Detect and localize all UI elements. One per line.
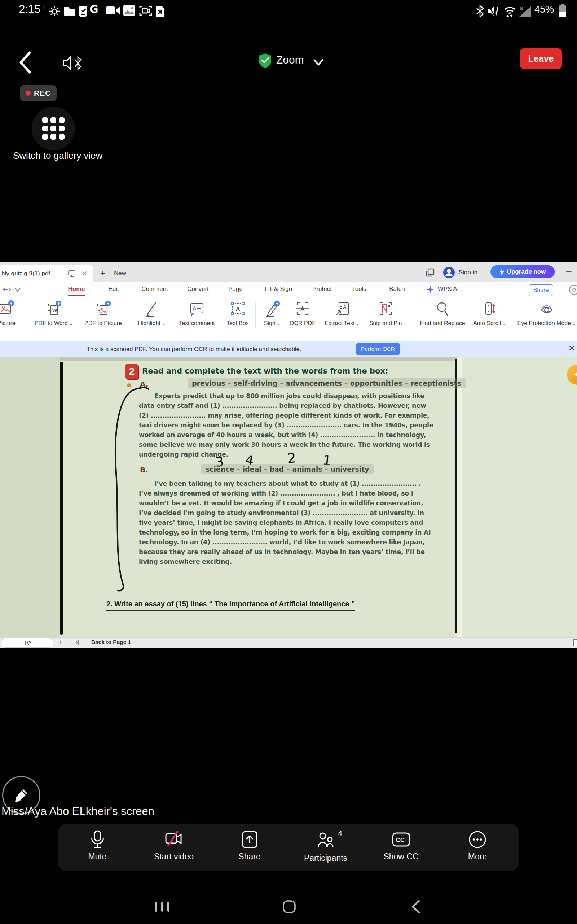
leave-button[interactable]: Leave <box>520 48 562 69</box>
share-screen-icon <box>241 830 258 849</box>
gallery-notification-icon <box>122 5 135 16</box>
pdf-to-picture-icon <box>94 300 112 318</box>
participants-button[interactable]: 4 Participants <box>304 830 347 863</box>
doc-line: because they are really ahead of us in t… <box>139 548 425 556</box>
last-page-icon[interactable]: ›| <box>76 638 79 646</box>
meeting-controls-bar: Mute Start video Share 4 <box>58 824 519 871</box>
fit-page-icon[interactable] <box>574 639 577 646</box>
ribbon-settings-icon[interactable] <box>568 284 577 296</box>
phone-update-icon <box>79 5 87 17</box>
highlight-pen-icon <box>143 300 160 318</box>
doc-line: technology. In an (4) ..................… <box>139 538 425 546</box>
tab-convert[interactable]: Convert <box>187 286 209 293</box>
android-back-button[interactable] <box>410 900 421 914</box>
mute-button[interactable]: Mute <box>88 830 106 861</box>
participants-icon <box>317 830 334 849</box>
question-number-badge: 2 <box>125 364 139 379</box>
svg-text:CC: CC <box>396 837 405 843</box>
svg-text:A: A <box>343 304 347 310</box>
share-button[interactable]: Share <box>239 830 260 861</box>
svg-text:A: A <box>193 305 196 311</box>
doc-line: I’ve been talking to my teachers about w… <box>154 480 421 487</box>
minimize-icon[interactable]: – <box>566 265 571 276</box>
perform-ocr-button[interactable]: Perform OCR <box>356 343 400 355</box>
gallery-view-label[interactable]: Switch to gallery view <box>13 150 103 162</box>
recording-dot-icon <box>26 90 31 96</box>
wps-tab-bar: hly quiz g 9(1).pdf ✕ + New Sign in Upgr… <box>0 262 577 282</box>
tab-comment[interactable]: Comment <box>141 286 168 293</box>
notification-dot-icon: i <box>43 4 45 11</box>
vibrate-mute-status-icon <box>488 5 501 17</box>
audio-output-bluetooth-button[interactable] <box>62 55 83 71</box>
screen-record-notification-icon <box>139 5 152 16</box>
video-camera-notification-icon <box>105 5 121 16</box>
divider <box>416 284 417 294</box>
tab-edit[interactable]: Edit <box>108 286 119 293</box>
toolbar-eye-protection-mode[interactable]: Eye Protection Mode <box>516 300 577 327</box>
recent-apps-button[interactable] <box>154 900 170 914</box>
tab-home[interactable]: Home <box>68 286 85 293</box>
signin-avatar-icon[interactable] <box>443 267 455 279</box>
new-tab-plus-icon[interactable]: + <box>100 268 105 278</box>
picture-ai-icon <box>0 300 15 318</box>
cellular-signal-status-icon <box>519 5 532 17</box>
wps-share-button[interactable]: Share <box>529 284 553 296</box>
extract-text-icon: A <box>334 300 351 318</box>
wifi-status-icon <box>503 5 517 18</box>
pdf-to-word-icon: W <box>45 300 63 318</box>
upgrade-now-button[interactable]: Upgrade now <box>490 265 554 278</box>
page-indicator[interactable]: 1/2 <box>1 638 54 648</box>
status-time: 2:15 <box>19 3 40 16</box>
next-page-icon[interactable]: › <box>60 638 62 646</box>
tab-close-icon[interactable]: ✕ <box>82 269 88 278</box>
video-camera-off-icon <box>164 830 184 849</box>
toolbar-auto-scroll[interactable]: Auto Scroll <box>459 300 521 327</box>
tab-protect[interactable]: Protect <box>312 286 332 293</box>
start-video-button[interactable]: Start video <box>154 830 193 861</box>
ocr-banner-text: This is a scanned PDF. You can perform O… <box>87 346 301 353</box>
doc-line: wouldn’t be a vet. It would be amazing i… <box>139 499 423 507</box>
doc-line: data entry staff and (1) ...............… <box>139 402 426 409</box>
wps-ai-button[interactable]: WPS AI <box>438 286 459 293</box>
meeting-info-chevron-icon[interactable] <box>313 59 324 66</box>
closed-captions-icon: CC <box>391 830 411 849</box>
pencil-icon <box>13 787 29 803</box>
divider <box>560 266 560 278</box>
page-right-margin <box>457 357 577 637</box>
wps-menu-bar: Home Edit Comment Convert Page Fill & Si… <box>0 282 577 297</box>
tab-fill-sign[interactable]: Fill & Sign <box>265 286 292 293</box>
question-heading: Read and complete the text with the word… <box>142 367 388 375</box>
doc-line: (2) ........................ may arise, … <box>139 412 429 419</box>
wps-page-bar: 1/2 › ›| Back to Page 1 <box>0 637 577 648</box>
toolbar-snip-and-pin[interactable]: Snip and Pin <box>355 300 416 327</box>
tab-device-icon[interactable] <box>68 270 76 277</box>
document-tab[interactable]: hly quiz g 9(1).pdf ✕ <box>0 265 93 282</box>
back-to-page-button[interactable]: Back to Page 1 <box>91 639 131 645</box>
active-tab-underline <box>68 295 85 296</box>
menu-chevron-down-icon[interactable] <box>15 288 21 292</box>
doc-line: living somewhere exciting. <box>139 558 232 565</box>
screen-share-label: Miss/Aya Abo ELkheir's screen <box>2 805 154 818</box>
banner-close-icon[interactable]: ✕ <box>568 344 575 353</box>
multi-window-icon[interactable] <box>425 268 435 277</box>
home-button[interactable] <box>282 900 297 914</box>
wps-ai-spark-icon <box>426 286 434 294</box>
svg-text:A: A <box>300 306 305 312</box>
show-cc-button[interactable]: CC Show CC <box>384 830 418 861</box>
recording-badge: REC <box>20 85 56 101</box>
search-icon <box>434 300 451 318</box>
page-right-edge-highlight <box>457 357 462 637</box>
android-screen: 2:15 i G <box>0 0 577 924</box>
more-button[interactable]: More <box>468 830 487 861</box>
doc-line: taxi drivers might soon be replaced by (… <box>139 422 433 429</box>
more-ellipsis-icon <box>468 830 487 849</box>
tab-tools[interactable]: Tools <box>352 286 366 293</box>
back-button[interactable] <box>18 51 32 74</box>
tab-page[interactable]: Page <box>228 286 243 293</box>
undo-redo-icon[interactable] <box>2 286 11 294</box>
new-tab-button[interactable]: New <box>114 270 126 277</box>
gallery-view-button[interactable] <box>32 107 75 150</box>
sign-in-button[interactable]: Sign in <box>459 269 477 276</box>
ocr-banner: This is a scanned PDF. You can perform O… <box>0 341 577 357</box>
tab-batch[interactable]: Batch <box>389 286 405 293</box>
